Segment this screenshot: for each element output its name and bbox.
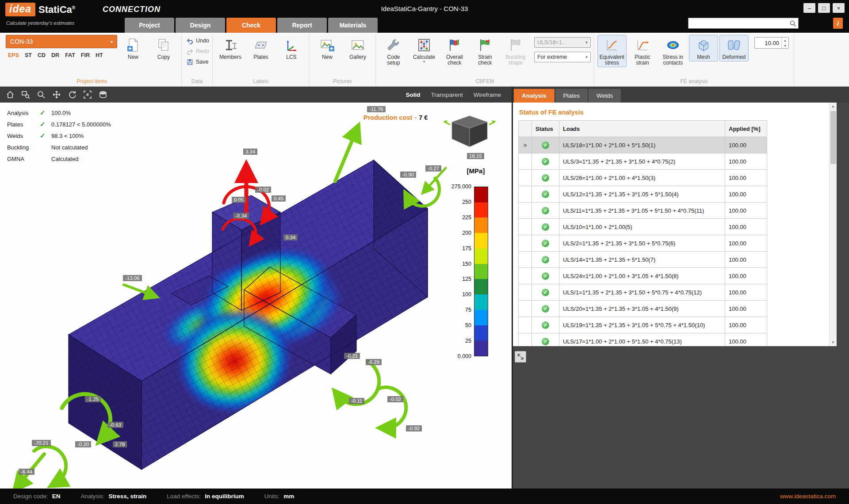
panel-tab-plates[interactable]: Plates — [555, 89, 588, 103]
zoom-icon[interactable] — [34, 88, 48, 101]
table-row[interactable]: ✓ULS/1=1*1.35 + 2*1.35 + 3*1.50 + 5*0.75… — [519, 284, 767, 301]
row-expander[interactable] — [519, 170, 532, 186]
overall-check-button[interactable]: Overall check — [440, 35, 469, 67]
strain-check-button[interactable]: Strain check — [470, 35, 500, 67]
row-expander[interactable] — [519, 317, 532, 333]
table-row[interactable]: ✓ULS/11=1*1.35 + 2*1.35 + 3*1.05 + 5*1.5… — [519, 202, 767, 219]
mesh-button[interactable]: Mesh — [689, 35, 718, 61]
table-row[interactable]: ✓ULS/3=1*1.35 + 2*1.35 + 3*1.50 + 4*0.75… — [519, 153, 767, 170]
spinner-down-icon[interactable]: ▼ — [782, 43, 788, 48]
row-expander[interactable] — [519, 301, 532, 317]
home-view-icon[interactable] — [4, 88, 17, 101]
maximize-button[interactable]: □ — [818, 3, 830, 13]
scroll-down-icon[interactable]: ▼ — [830, 339, 837, 346]
panel-expand-button[interactable] — [515, 351, 526, 363]
project-item-dropdown[interactable]: CON-33▾ — [6, 35, 117, 48]
new-item-button[interactable]: New — [119, 35, 148, 61]
table-row[interactable]: ✓ULS/17=1*1.00 + 2*1.00 + 5*1.50 + 4*0.7… — [519, 333, 767, 347]
scrollbar-thumb[interactable] — [830, 111, 836, 164]
mode-st[interactable]: ST — [25, 52, 32, 58]
calculate-dropdown-arrow[interactable]: ▾ — [423, 60, 425, 64]
view-mode-solid[interactable]: Solid — [405, 92, 420, 98]
scroll-up-icon[interactable]: ▲ — [830, 103, 837, 110]
row-expander[interactable]: > — [519, 137, 532, 153]
panel-tab-welds[interactable]: Welds — [589, 89, 621, 103]
row-expander[interactable] — [519, 333, 532, 347]
new-picture-button[interactable]: New — [313, 35, 342, 61]
group-cbfem: Code setup Calculate ▾ Overall check Str… — [376, 34, 594, 86]
section-cut-icon[interactable] — [96, 88, 110, 101]
pan-icon[interactable] — [50, 88, 63, 101]
navigation-cube[interactable] — [442, 113, 497, 157]
view-mode-transparent[interactable]: Transparent — [431, 92, 463, 98]
mode-fat[interactable]: FAT — [65, 52, 75, 58]
gallery-button[interactable]: Gallery — [343, 35, 372, 61]
mode-dr[interactable]: DR — [51, 52, 59, 58]
row-expander[interactable] — [519, 235, 532, 252]
table-row[interactable]: ✓ULS/10=1*1.00 + 2*1.00(5)100.00 — [519, 219, 767, 235]
minimize-button[interactable]: – — [803, 3, 815, 13]
scale-tick-label: 150 — [462, 261, 471, 267]
row-expander[interactable] — [519, 153, 532, 170]
table-row[interactable]: >✓ULS/18=1*1.00 + 2*1.00 + 5*1.50(1)100.… — [519, 137, 767, 153]
load-case-dropdown[interactable]: ULS/18=1...▾ — [534, 37, 591, 48]
table-row[interactable]: ✓ULS/24=1*1.00 + 2*1.00 + 3*1.05 + 4*1.5… — [519, 268, 767, 284]
zoom-window-icon[interactable] — [19, 88, 32, 101]
table-row[interactable]: ✓ULS/14=1*1.35 + 2*1.35 + 5*1.50(7)100.0… — [519, 252, 767, 268]
table-row[interactable]: ✓ULS/19=1*1.35 + 2*1.35 + 3*1.05 + 5*0.7… — [519, 317, 767, 333]
extreme-dropdown[interactable]: For extreme▾ — [534, 52, 591, 62]
mode-cd[interactable]: CD — [38, 52, 46, 58]
table-row[interactable]: ✓ULS/12=1*1.35 + 2*1.35 + 3*1.05 + 5*1.5… — [519, 186, 767, 202]
website-link[interactable]: www.ideastatica.com — [780, 493, 836, 500]
table-row[interactable]: ✓ULS/26=1*1.00 + 2*1.00 + 4*1.50(3)100.0… — [519, 170, 767, 186]
row-expander[interactable] — [519, 186, 532, 202]
spinner-up-icon[interactable]: ▲ — [782, 38, 788, 43]
search-icon[interactable] — [788, 20, 798, 27]
deformed-button[interactable]: Deformed — [719, 35, 749, 61]
ribbon-tab-design[interactable]: Design — [176, 18, 225, 33]
save-button[interactable]: Save — [187, 57, 209, 66]
fit-view-icon[interactable] — [81, 88, 94, 101]
scale-value[interactable]: 10.00 — [755, 38, 781, 48]
rotate-icon[interactable] — [65, 88, 79, 101]
view-mode-wireframe[interactable]: Wireframe — [474, 92, 501, 98]
equivalent-stress-button[interactable]: Equivalent stress — [597, 35, 627, 67]
mode-fir[interactable]: FIR — [81, 52, 90, 58]
calculate-button[interactable]: Calculate ▾ — [409, 35, 439, 65]
mode-ht[interactable]: HT — [96, 52, 103, 58]
row-expander[interactable] — [519, 219, 532, 235]
table-row[interactable]: ✓ULS/20=1*1.35 + 2*1.35 + 3*1.05 + 4*1.5… — [519, 301, 767, 317]
buckling-shape-button[interactable]: Buckling shape — [501, 35, 530, 67]
row-status: ✓ — [532, 219, 559, 235]
ribbon-tab-project[interactable]: Project — [125, 18, 174, 33]
info-button[interactable]: i — [833, 18, 843, 29]
row-expander[interactable] — [519, 268, 532, 284]
lcs-labels-button[interactable]: LCS — [277, 35, 306, 61]
code-setup-button[interactable]: Code setup — [379, 35, 408, 67]
row-expander[interactable] — [519, 284, 532, 301]
table-header-row: Status Loads Applied [%] — [519, 121, 767, 137]
ribbon-tab-materials[interactable]: Materials — [328, 18, 378, 33]
close-button[interactable]: × — [833, 3, 845, 13]
model-canvas[interactable]: Analysis✓100.0%Plates✓0.178127 < 5.00000… — [0, 103, 512, 489]
table-row[interactable]: ✓ULS/2=1*1.35 + 2*1.35 + 3*1.50 + 5*0.75… — [519, 235, 767, 252]
redo-button[interactable]: Redo — [187, 47, 209, 56]
ribbon-tab-check[interactable]: Check — [226, 18, 276, 33]
panel-tab-analysis[interactable]: Analysis — [514, 89, 555, 103]
undo-button[interactable]: Undo — [187, 36, 209, 45]
row-status: ✓ — [532, 153, 559, 170]
row-expander[interactable] — [519, 202, 532, 219]
plastic-strain-button[interactable]: Plastic strain — [628, 35, 657, 67]
row-expander[interactable] — [519, 252, 532, 268]
mode-eps[interactable]: EPS — [8, 52, 19, 58]
gallery-label: Gallery — [349, 54, 366, 60]
panel-scrollbar[interactable]: ▲ ▼ — [829, 103, 837, 346]
members-labels-button[interactable]: Members — [216, 35, 245, 61]
plates-labels-button[interactable]: Plates — [246, 35, 275, 61]
copy-item-button[interactable]: Copy — [149, 35, 178, 61]
search-input[interactable] — [688, 20, 788, 27]
ribbon-tab-report[interactable]: Report — [277, 18, 327, 33]
stress-in-contacts-button[interactable]: Stress in contacts — [658, 35, 688, 67]
mesh-cube-icon — [696, 38, 711, 53]
header-expander — [519, 121, 532, 137]
